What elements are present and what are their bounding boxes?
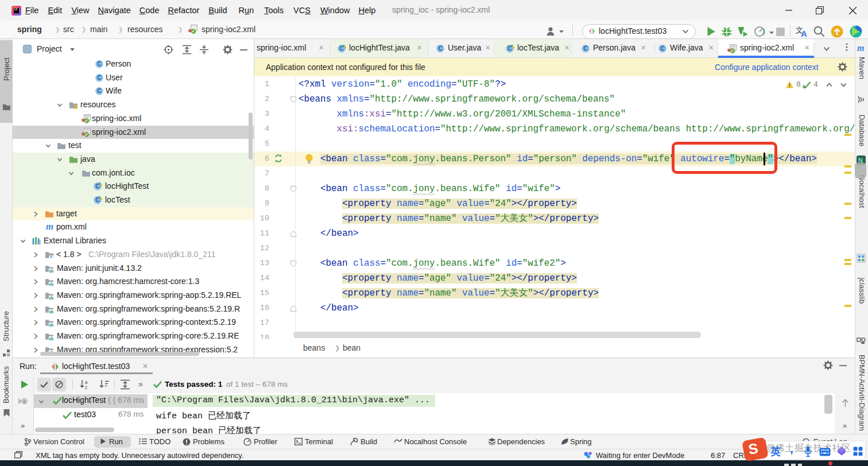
svg-text:C: C bbox=[438, 45, 443, 52]
svg-text:C: C bbox=[97, 74, 102, 81]
svg-text:z: z bbox=[85, 385, 87, 390]
svg-text:C: C bbox=[660, 45, 665, 52]
svg-text:C: C bbox=[97, 60, 102, 67]
svg-text:9: 9 bbox=[23, 399, 26, 405]
svg-text:C: C bbox=[97, 88, 102, 95]
svg-text:C: C bbox=[583, 45, 588, 52]
